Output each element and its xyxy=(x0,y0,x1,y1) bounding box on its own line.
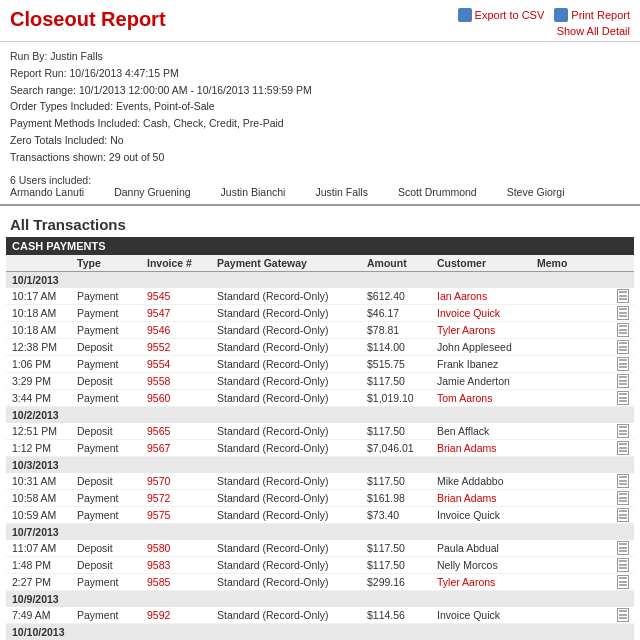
invoice-link[interactable]: 9545 xyxy=(147,290,217,302)
doc-icon[interactable] xyxy=(617,541,629,555)
customer-cell[interactable]: Brian Adams xyxy=(437,442,537,454)
export-csv-button[interactable]: Export to CSV xyxy=(458,8,545,22)
doc-icon[interactable] xyxy=(617,289,629,303)
column-headers: Type Invoice # Payment Gateway Amount Cu… xyxy=(6,255,634,272)
invoice-link[interactable]: 9547 xyxy=(147,307,217,319)
doc-icon[interactable] xyxy=(617,441,629,455)
customer-cell: Nelly Morcos xyxy=(437,559,537,571)
gateway-cell: Standard (Record-Only) xyxy=(217,425,367,437)
doc-icon[interactable] xyxy=(617,306,629,320)
customer-cell[interactable]: Ian Aarons xyxy=(437,290,537,302)
doc-icon[interactable] xyxy=(617,558,629,572)
customer-cell[interactable]: Tyler Aarons xyxy=(437,576,537,588)
table-row: 3:44 PMPayment9560Standard (Record-Only)… xyxy=(6,390,634,407)
user-name: Justin Bianchi xyxy=(221,186,286,198)
gateway-cell: Standard (Record-Only) xyxy=(217,324,367,336)
users-list: Armando LanutiDanny GrueningJustin Bianc… xyxy=(10,186,630,198)
doc-icon[interactable] xyxy=(617,474,629,488)
type-cell: Payment xyxy=(77,358,147,370)
invoice-link[interactable]: 9565 xyxy=(147,425,217,437)
invoice-link[interactable]: 9585 xyxy=(147,576,217,588)
time-cell: 12:51 PM xyxy=(12,425,77,437)
doc-icon[interactable] xyxy=(617,491,629,505)
type-cell: Payment xyxy=(77,307,147,319)
gateway-cell: Standard (Record-Only) xyxy=(217,509,367,521)
gateway-cell: Standard (Record-Only) xyxy=(217,358,367,370)
user-name: Justin Falls xyxy=(315,186,368,198)
invoice-link[interactable]: 9567 xyxy=(147,442,217,454)
doc-icon[interactable] xyxy=(617,391,629,405)
amount-cell: $46.17 xyxy=(367,307,437,319)
gateway-cell: Standard (Record-Only) xyxy=(217,307,367,319)
gateway-cell: Standard (Record-Only) xyxy=(217,542,367,554)
users-label: 6 Users included: xyxy=(10,174,630,186)
amount-cell: $114.00 xyxy=(367,341,437,353)
date-row: 10/1/2013 xyxy=(6,272,634,288)
time-cell: 12:38 PM xyxy=(12,341,77,353)
user-name: Scott Drummond xyxy=(398,186,477,198)
amount-cell: $117.50 xyxy=(367,375,437,387)
doc-icon[interactable] xyxy=(617,357,629,371)
report-run: Report Run: 10/16/2013 4:47:15 PM xyxy=(10,65,630,82)
invoice-link[interactable]: 9575 xyxy=(147,509,217,521)
table-row: 3:29 PMDeposit9558Standard (Record-Only)… xyxy=(6,373,634,390)
amount-cell: $161.98 xyxy=(367,492,437,504)
doc-icon[interactable] xyxy=(617,608,629,622)
table-row: 1:06 PMPayment9554Standard (Record-Only)… xyxy=(6,356,634,373)
invoice-link[interactable]: 9580 xyxy=(147,542,217,554)
report-title: Closeout Report xyxy=(10,8,166,31)
time-cell: 1:06 PM xyxy=(12,358,77,370)
print-icon xyxy=(554,8,568,22)
type-cell: Deposit xyxy=(77,559,147,571)
doc-icon[interactable] xyxy=(617,374,629,388)
all-transactions-title: All Transactions xyxy=(0,206,640,237)
customer-cell[interactable]: Brian Adams xyxy=(437,492,537,504)
gateway-cell: Standard (Record-Only) xyxy=(217,576,367,588)
invoice-link[interactable]: 9592 xyxy=(147,609,217,621)
table-row: 1:48 PMDeposit9583Standard (Record-Only)… xyxy=(6,557,634,574)
invoice-link[interactable]: 9560 xyxy=(147,392,217,404)
invoice-link[interactable]: 9554 xyxy=(147,358,217,370)
time-cell: 10:58 AM xyxy=(12,492,77,504)
amount-cell: $117.50 xyxy=(367,559,437,571)
invoice-link[interactable]: 9552 xyxy=(147,341,217,353)
header-actions-top: Export to CSV Print Report xyxy=(458,8,630,22)
gateway-cell: Standard (Record-Only) xyxy=(217,492,367,504)
doc-icon[interactable] xyxy=(617,508,629,522)
doc-icon[interactable] xyxy=(617,424,629,438)
doc-icon[interactable] xyxy=(617,323,629,337)
invoice-link[interactable]: 9558 xyxy=(147,375,217,387)
table-row: 12:51 PMDeposit9565Standard (Record-Only… xyxy=(6,423,634,440)
type-cell: Deposit xyxy=(77,375,147,387)
user-name: Steve Giorgi xyxy=(507,186,565,198)
customer-cell: Mike Addabbo xyxy=(437,475,537,487)
customer-cell[interactable]: Tom Aarons xyxy=(437,392,537,404)
invoice-link[interactable]: 9583 xyxy=(147,559,217,571)
doc-icon[interactable] xyxy=(617,575,629,589)
type-cell: Payment xyxy=(77,392,147,404)
customer-cell: Frank Ibanez xyxy=(437,358,537,370)
cash-payments-table: CASH PAYMENTS Type Invoice # Payment Gat… xyxy=(0,237,640,640)
invoice-link[interactable]: 9570 xyxy=(147,475,217,487)
table-row: 10:59 AMPayment9575Standard (Record-Only… xyxy=(6,507,634,524)
amount-cell: $114.56 xyxy=(367,609,437,621)
type-cell: Payment xyxy=(77,492,147,504)
show-all-detail-button[interactable]: Show All Detail xyxy=(557,25,630,37)
invoice-link[interactable]: 9572 xyxy=(147,492,217,504)
type-cell: Deposit xyxy=(77,542,147,554)
export-icon xyxy=(458,8,472,22)
users-section: 6 Users included: Armando LanutiDanny Gr… xyxy=(0,172,640,206)
invoice-link[interactable]: 9546 xyxy=(147,324,217,336)
gateway-cell: Standard (Record-Only) xyxy=(217,341,367,353)
amount-cell: $78.81 xyxy=(367,324,437,336)
customer-cell[interactable]: Tyler Aarons xyxy=(437,324,537,336)
amount-cell: $73.40 xyxy=(367,509,437,521)
type-cell: Deposit xyxy=(77,341,147,353)
table-row: 7:49 AMPayment9592Standard (Record-Only)… xyxy=(6,607,634,624)
customer-cell[interactable]: Invoice Quick xyxy=(437,307,537,319)
customer-cell: Jamie Anderton xyxy=(437,375,537,387)
date-row: 10/2/2013 xyxy=(6,407,634,423)
doc-icon[interactable] xyxy=(617,340,629,354)
print-report-button[interactable]: Print Report xyxy=(554,8,630,22)
table-row: 1:12 PMPayment9567Standard (Record-Only)… xyxy=(6,440,634,457)
